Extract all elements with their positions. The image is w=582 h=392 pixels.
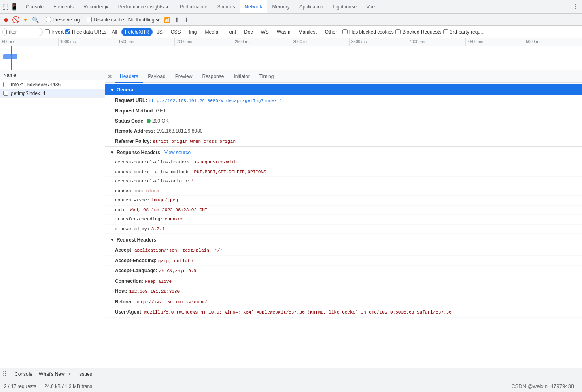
- clear-btn[interactable]: 🚫: [12, 16, 19, 23]
- devtools-tab-performance[interactable]: Performance: [175, 0, 212, 14]
- devtools-tab-lighthouse[interactable]: Lighthouse: [328, 0, 362, 14]
- filter-btn-js[interactable]: JS: [153, 28, 166, 36]
- has-blocked-label[interactable]: Has blocked cookies: [342, 29, 394, 35]
- request-headers-header[interactable]: ▼ Request Headers: [105, 234, 582, 245]
- general-row: Referrer Policy:strict-origin-when-cross…: [105, 136, 582, 147]
- filter-btn-other[interactable]: Other: [321, 28, 341, 36]
- record-btn[interactable]: ⏺: [2, 16, 10, 23]
- devtools-tab-sources[interactable]: Sources: [212, 0, 240, 14]
- request-header-row: User-Agent:Mozilla/5.0 (Windows NT 10.0;…: [105, 307, 582, 318]
- devtools-tab-console[interactable]: Console: [21, 0, 49, 14]
- devtools-tab-elements[interactable]: Elements: [49, 0, 79, 14]
- download-icon[interactable]: ⬇: [183, 16, 190, 23]
- row-key: Referer:: [115, 298, 134, 305]
- blocked-requests-label[interactable]: Blocked Requests: [395, 29, 442, 35]
- third-party-checkbox[interactable]: [443, 29, 448, 34]
- filter-btn-media[interactable]: Media: [201, 28, 222, 36]
- detail-tabs: ✕ HeadersPayloadPreviewResponseInitiator…: [105, 70, 582, 83]
- row-value: keep-alive: [145, 278, 172, 285]
- inspect-icon[interactable]: ⬚: [2, 3, 9, 11]
- filter-btn-css[interactable]: CSS: [167, 28, 185, 36]
- bottom-tab-what'snew[interactable]: What's New ✕: [36, 368, 75, 380]
- invert-label[interactable]: Invert: [45, 29, 64, 35]
- general-row: Request URL:http://192.168.101.29:8080/v…: [105, 95, 582, 106]
- bottom-tab-console[interactable]: Console: [11, 368, 36, 380]
- row-key: User-Agent:: [115, 308, 143, 316]
- general-row: Request Method:GET: [105, 106, 582, 116]
- search-btn[interactable]: 🔍: [32, 16, 39, 23]
- row-value: GET: [156, 107, 166, 114]
- request-item-item-1[interactable]: info?t=1654669374436: [0, 80, 105, 89]
- disable-cache-label[interactable]: Disable cache: [87, 17, 124, 23]
- hide-data-urls-checkbox[interactable]: [65, 29, 70, 34]
- preserve-log-label[interactable]: Preserve log: [46, 17, 80, 23]
- has-blocked-checkbox[interactable]: [342, 29, 348, 34]
- filter-btn-fetch_xhr[interactable]: Fetch/XHR: [121, 28, 153, 36]
- detail-tab-payload[interactable]: Payload: [143, 70, 170, 83]
- preserve-log-checkbox[interactable]: [46, 17, 51, 22]
- row-key: Accept-Encoding:: [115, 257, 157, 264]
- hide-data-urls-label[interactable]: Hide data URLs: [65, 29, 106, 35]
- devtools-tab-vue[interactable]: Vue: [361, 0, 380, 14]
- filter-btn-font[interactable]: Font: [223, 28, 240, 36]
- bottom-tab-issues[interactable]: Issues: [75, 368, 96, 380]
- row-key: access-control-allow-methods:: [115, 169, 192, 176]
- filter-btn-img[interactable]: Img: [185, 28, 200, 36]
- request-checkbox[interactable]: [3, 91, 8, 96]
- timeline-area: 500 ms1000 ms1500 ms2000 ms2500 ms3000 m…: [0, 38, 582, 70]
- devtools-tab-application[interactable]: Application: [295, 0, 328, 14]
- more-tabs-icon[interactable]: ⋮: [572, 3, 582, 11]
- row-key: x-powered-by:: [115, 226, 150, 233]
- close-detail-btn[interactable]: ✕: [105, 70, 115, 83]
- blocked-requests-checkbox[interactable]: [395, 29, 401, 34]
- filter-btn-doc[interactable]: Doc: [240, 28, 256, 36]
- main-layout: Name info?t=1654669374436getImg?index=1 …: [0, 70, 582, 380]
- row-key: Request Method:: [115, 107, 154, 114]
- response-header-row: date:Wed, 08 Jun 2022 06:23:02 GMT: [105, 206, 582, 215]
- row-value: *: [191, 178, 194, 185]
- row-value: X-Requested-With: [194, 159, 237, 166]
- invert-checkbox[interactable]: [45, 29, 50, 34]
- devtools-tab-memory[interactable]: Memory: [267, 0, 294, 14]
- devtools-tab-network[interactable]: Network: [240, 0, 267, 14]
- third-party-label[interactable]: 3rd-party requ...: [443, 29, 484, 35]
- request-triangle-icon: ▼: [110, 237, 114, 242]
- upload-icon[interactable]: ⬆: [173, 16, 181, 23]
- watermark: CSDN @weixin_47979438: [511, 383, 574, 389]
- devtools-tab-recorder-▶[interactable]: Recorder ▶: [79, 0, 113, 14]
- filter-btn-ws[interactable]: WS: [257, 28, 272, 36]
- general-section-header[interactable]: ▼ General: [105, 84, 582, 95]
- size-info: 24.6 kB / 1.3 MB trans: [44, 384, 92, 389]
- view-source-link[interactable]: View source: [164, 150, 191, 155]
- devtools-tab-performance-insights-▲[interactable]: Performance insights ▲: [113, 0, 175, 14]
- timeline-tick: 500 ms: [0, 38, 58, 46]
- detail-tab-preview[interactable]: Preview: [170, 70, 198, 83]
- device-icon[interactable]: 📱: [11, 3, 18, 11]
- filter-icon[interactable]: ▼: [22, 16, 29, 23]
- more-icon[interactable]: ⠿: [2, 370, 7, 378]
- detail-tab-response[interactable]: Response: [197, 70, 229, 83]
- close-tab-icon[interactable]: ✕: [66, 371, 72, 377]
- row-value: 192.168.101.29:8080: [157, 127, 202, 135]
- detail-tab-timing[interactable]: Timing: [255, 70, 279, 83]
- filter-btn-wasm[interactable]: Wasm: [273, 28, 294, 36]
- timeline-ruler: 500 ms1000 ms1500 ms2000 ms2500 ms3000 m…: [0, 38, 582, 46]
- request-checkbox[interactable]: [3, 82, 8, 87]
- timeline-tick: 1500 ms: [117, 38, 175, 46]
- throttle-select[interactable]: No throttling: [127, 17, 161, 23]
- disable-cache-checkbox[interactable]: [87, 17, 92, 22]
- response-header-row: x-powered-by:3.2.1: [105, 225, 582, 234]
- response-headers-header[interactable]: ▼ Response Headers View source: [105, 146, 582, 158]
- request-header-row: Accept-Language:zh-CN,zh;q=0.9: [105, 266, 582, 276]
- detail-tab-initiator[interactable]: Initiator: [229, 70, 254, 83]
- filter-btn-manifest[interactable]: Manifest: [295, 28, 320, 36]
- timeline-tick: 3000 ms: [291, 38, 349, 46]
- wifi-icon[interactable]: 📶: [164, 16, 171, 23]
- row-value: http://192.168.101.29:8080/: [135, 299, 207, 306]
- detail-tab-headers[interactable]: Headers: [115, 70, 143, 83]
- timeline-tick: 5000 ms: [524, 38, 582, 46]
- timeline-tick: 4000 ms: [408, 38, 466, 46]
- request-item-item-2[interactable]: getImg?index=1: [0, 89, 105, 98]
- filter-btn-all[interactable]: All: [108, 28, 121, 36]
- filter-input[interactable]: [2, 28, 43, 36]
